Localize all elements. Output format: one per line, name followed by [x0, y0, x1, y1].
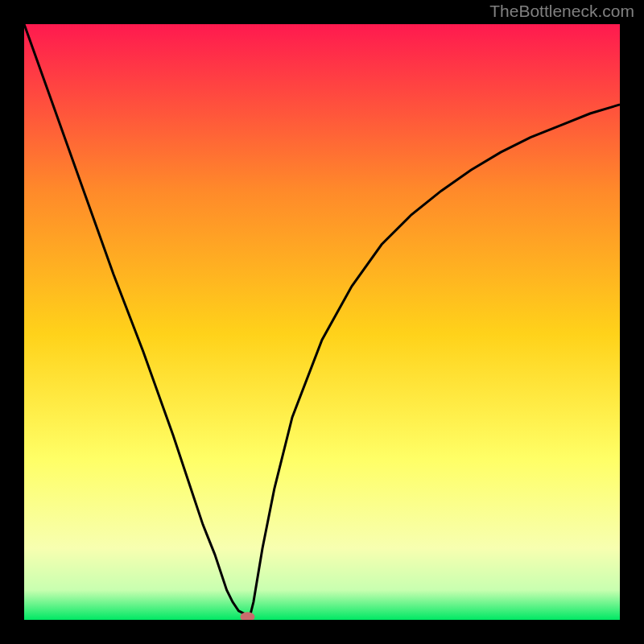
page: TheBottleneck.com: [0, 0, 644, 644]
chart-svg: [0, 0, 644, 644]
gradient-background: [24, 24, 620, 620]
chart: [0, 0, 644, 644]
watermark: TheBottleneck.com: [489, 2, 634, 21]
